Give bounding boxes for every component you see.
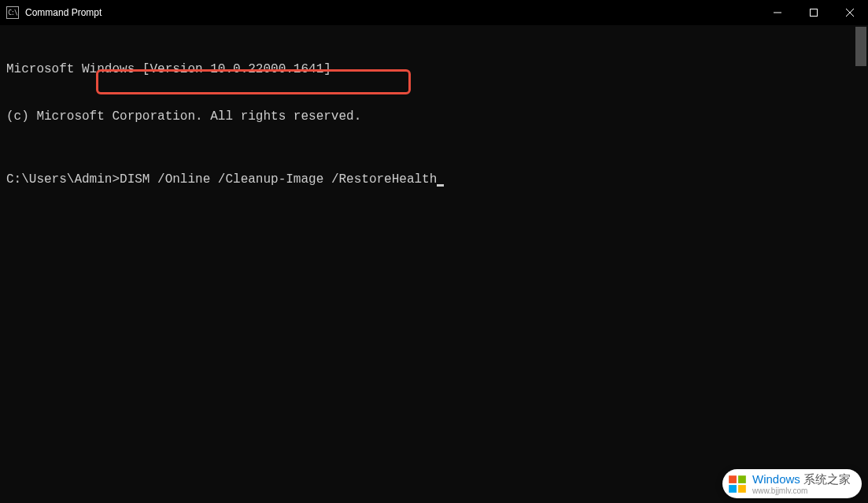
watermark: Windows 系统之家 www.bjjmlv.com [722,469,862,498]
close-button[interactable] [832,0,868,25]
version-line: Microsoft Windows [Version 10.0.22000.16… [6,61,862,77]
window-title: Command Prompt [25,7,759,18]
cursor [437,184,444,187]
watermark-text: Windows 系统之家 www.bjjmlv.com [752,472,851,495]
command-input-text[interactable]: DISM /Online /Cleanup-Image /RestoreHeal… [120,172,437,187]
svg-rect-6 [729,485,737,493]
copyright-line: (c) Microsoft Corporation. All rights re… [6,109,862,124]
window-controls [759,0,868,25]
svg-rect-5 [738,475,746,483]
windows-logo-icon [727,474,748,494]
terminal-output[interactable]: Microsoft Windows [Version 10.0.22000.16… [0,25,868,224]
titlebar: C:\ Command Prompt [0,0,868,25]
minimize-button[interactable] [759,0,796,25]
prompt-path: C:\Users\Admin> [6,172,120,187]
command-prompt-icon: C:\ [6,6,19,19]
svg-rect-4 [729,475,737,483]
watermark-brand-cn: 系统之家 [800,472,851,486]
prompt-line: C:\Users\Admin>DISM /Online /Cleanup-Ima… [6,172,862,187]
watermark-url: www.bjjmlv.com [752,486,851,495]
scrollbar-thumb[interactable] [855,27,866,66]
watermark-brand: Windows [752,472,800,486]
svg-rect-7 [738,485,746,493]
maximize-button[interactable] [796,0,832,25]
svg-rect-1 [811,9,818,17]
